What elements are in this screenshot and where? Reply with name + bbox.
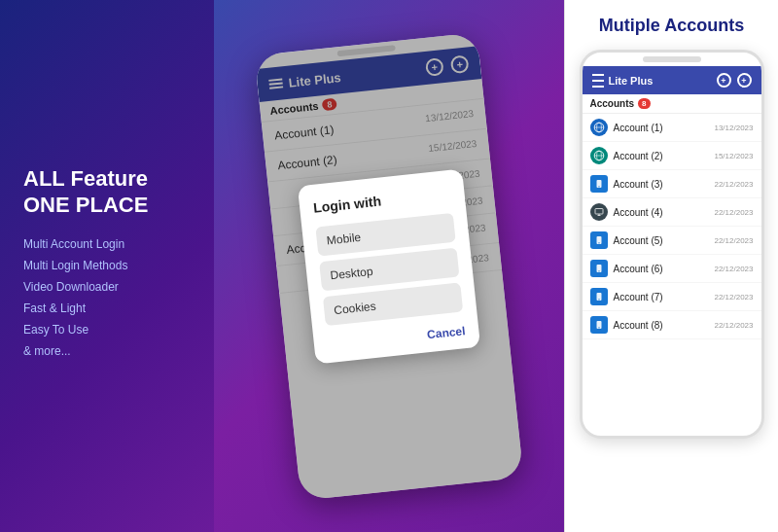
- account-name: Account (7): [614, 292, 709, 302]
- right-app-name: Lite Plus: [609, 75, 654, 87]
- tagline: ALL Feature ONE PLACE: [23, 166, 191, 218]
- right-account-row[interactable]: Account (5)22/12/2023: [583, 227, 761, 255]
- account-icon-7: [590, 288, 608, 305]
- feature-item: Multi Login Methods: [23, 259, 191, 272]
- account-date: 22/12/2023: [714, 236, 753, 245]
- login-dialog: Login with Mobile Desktop Cookies Cancel: [298, 168, 480, 364]
- svg-rect-16: [598, 300, 600, 301]
- account-date: 22/12/2023: [714, 265, 753, 273]
- account-icon-8: [590, 316, 608, 334]
- right-hamburger-icon: [592, 74, 604, 88]
- account-name: Account (3): [614, 179, 709, 190]
- right-account-row[interactable]: Account (3)22/12/2023: [583, 170, 761, 198]
- svg-rect-12: [598, 243, 600, 244]
- account-icon-1: [590, 119, 608, 136]
- account-name: Account (2): [614, 151, 709, 161]
- right-account-row[interactable]: Account (4)22/12/2023: [583, 198, 761, 227]
- account-icon-2: [590, 147, 608, 164]
- dialog-title: Login with: [312, 185, 451, 215]
- right-person-icon[interactable]: +: [737, 73, 752, 88]
- right-panel: Mutiple Accounts Lite Plus + + Accounts …: [564, 0, 778, 532]
- right-accounts-label: Accounts: [590, 98, 635, 109]
- account-name: Account (4): [614, 207, 709, 218]
- right-account-row[interactable]: Account (8)22/12/2023: [583, 311, 761, 339]
- right-account-row[interactable]: Account (1)13/12/2023: [583, 114, 761, 142]
- account-date: 13/12/2023: [714, 124, 753, 132]
- feature-item: Video Downloader: [23, 280, 191, 294]
- dialog-overlay: Login with Mobile Desktop Cookies Cancel: [255, 32, 524, 501]
- right-title: Mutiple Accounts: [599, 16, 744, 36]
- right-account-list: Account (1)13/12/2023Account (2)15/12/20…: [583, 114, 761, 339]
- account-date: 22/12/2023: [714, 208, 753, 217]
- account-date: 22/12/2023: [714, 180, 753, 189]
- right-phone: Lite Plus + + Accounts 8 Account (1)13/1…: [580, 50, 764, 439]
- feature-item: Easy To Use: [23, 323, 191, 337]
- right-accounts-badge: 8: [638, 98, 650, 109]
- feature-item: Fast & Light: [23, 301, 191, 315]
- account-name: Account (5): [614, 235, 709, 246]
- right-account-row[interactable]: Account (7)22/12/2023: [583, 283, 761, 311]
- feature-item: & more...: [23, 344, 191, 358]
- account-name: Account (6): [614, 264, 709, 274]
- right-account-row[interactable]: Account (6)22/12/2023: [583, 255, 761, 283]
- svg-rect-18: [598, 328, 600, 329]
- account-icon-3: [590, 175, 608, 193]
- features-list: Multi Account LoginMulti Login MethodsVi…: [23, 237, 191, 366]
- feature-item: Multi Account Login: [23, 237, 191, 251]
- svg-rect-8: [595, 209, 603, 215]
- svg-rect-14: [598, 271, 600, 272]
- left-panel: ALL Feature ONE PLACE Multi Account Logi…: [0, 0, 214, 532]
- right-account-row[interactable]: Account (2)15/12/2023: [583, 142, 761, 170]
- account-date: 22/12/2023: [714, 321, 753, 330]
- account-date: 22/12/2023: [714, 293, 753, 301]
- right-phone-header: Lite Plus + +: [583, 66, 761, 94]
- middle-panel: Lite Plus + + Accounts 8 Account (1) 13/…: [214, 0, 564, 532]
- account-name: Account (1): [614, 123, 709, 133]
- account-date: 15/12/2023: [714, 152, 753, 160]
- account-icon-4: [590, 203, 608, 221]
- cancel-btn[interactable]: Cancel: [426, 324, 466, 341]
- account-icon-6: [590, 260, 608, 277]
- right-add-icon[interactable]: +: [717, 73, 731, 88]
- account-icon-5: [590, 231, 608, 249]
- right-accounts-bar: Accounts 8: [583, 94, 761, 114]
- svg-rect-7: [598, 187, 600, 188]
- account-name: Account (8): [614, 320, 709, 331]
- phone-mockup-middle: Lite Plus + + Accounts 8 Account (1) 13/…: [255, 32, 524, 501]
